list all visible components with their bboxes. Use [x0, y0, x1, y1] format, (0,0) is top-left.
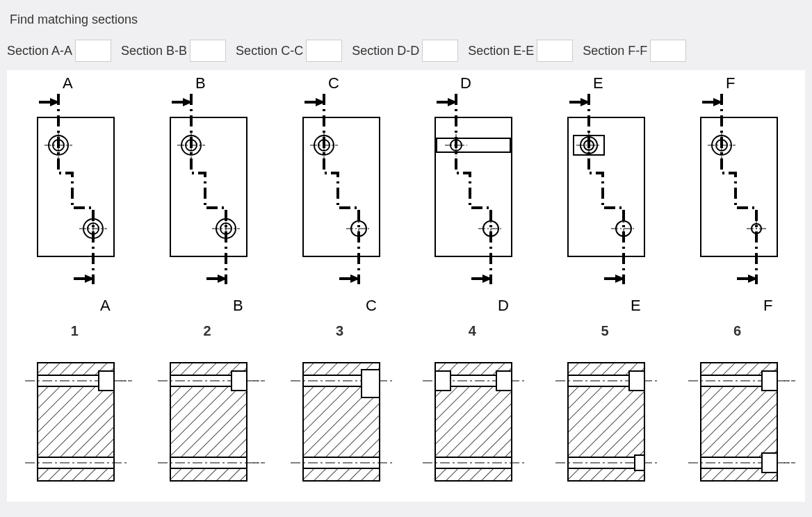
svg-rect-116 [496, 371, 512, 391]
plan-cell: AA [10, 74, 139, 318]
svg-rect-83 [99, 371, 114, 391]
svg-text:D: D [498, 297, 509, 314]
section-answer-input[interactable] [537, 40, 573, 62]
plan-view-D: DD [407, 74, 537, 318]
svg-text:C: C [328, 74, 339, 92]
svg-rect-128 [635, 455, 644, 470]
section-number: 2 [203, 323, 211, 339]
section-answer-group: Section E-E [468, 40, 573, 62]
section-answer-group: Section F-F [583, 40, 686, 62]
section-cell: 1 [10, 318, 139, 495]
section-view-1 [10, 342, 139, 495]
section-answer-input[interactable] [75, 40, 111, 62]
section-label: Section D-D [352, 44, 419, 58]
answer-row: Section A-ASection B-BSection C-CSection… [7, 40, 805, 62]
svg-rect-127 [629, 371, 644, 391]
section-label: Section A-A [7, 44, 72, 58]
section-cell: 4 [407, 318, 537, 495]
svg-rect-138 [762, 371, 777, 391]
section-cell: 2 [143, 318, 272, 495]
svg-text:D: D [460, 74, 471, 92]
section-cell: 3 [275, 318, 405, 495]
svg-rect-106 [362, 370, 380, 397]
svg-rect-110 [435, 386, 512, 457]
svg-text:E: E [593, 74, 603, 92]
plan-cell: BB [143, 74, 272, 318]
section-number: 1 [71, 323, 79, 339]
section-number: 5 [601, 323, 608, 339]
svg-rect-132 [701, 386, 777, 457]
plan-cell: DD [407, 74, 537, 318]
section-number: 6 [733, 323, 741, 339]
section-answer-group: Section C-C [236, 40, 342, 62]
svg-text:C: C [366, 297, 377, 314]
section-answer-group: Section A-A [7, 40, 111, 62]
svg-text:E: E [631, 297, 641, 314]
svg-text:B: B [233, 297, 243, 314]
section-answer-group: Section B-B [121, 40, 226, 62]
svg-rect-89 [170, 468, 247, 481]
section-view-6 [673, 342, 802, 495]
svg-rect-101 [303, 468, 380, 481]
svg-rect-88 [170, 386, 247, 457]
svg-rect-28 [303, 117, 380, 256]
plan-view-A: AA [10, 74, 139, 318]
section-view-2 [143, 342, 272, 495]
svg-rect-2 [38, 117, 114, 256]
svg-rect-111 [435, 468, 512, 481]
sections-row: 123456 [8, 318, 804, 495]
svg-rect-122 [568, 468, 644, 481]
section-view-3 [275, 342, 405, 495]
section-number: 4 [469, 323, 476, 339]
plans-row: AABBCCDDEEFF [8, 74, 804, 318]
question-text: Find matching sections [10, 13, 805, 27]
svg-rect-65 [701, 117, 777, 256]
section-answer-input[interactable] [650, 40, 686, 62]
section-answer-input[interactable] [422, 40, 458, 62]
section-answer-input[interactable] [190, 40, 226, 62]
section-cell: 6 [673, 318, 802, 495]
section-answer-group: Section D-D [352, 40, 458, 62]
plan-cell: FF [673, 74, 802, 318]
svg-rect-78 [38, 468, 114, 481]
svg-rect-117 [435, 371, 450, 391]
svg-rect-139 [762, 453, 777, 473]
svg-rect-15 [170, 117, 247, 256]
section-view-5 [540, 342, 669, 495]
svg-text:A: A [100, 297, 111, 314]
svg-text:F: F [763, 297, 772, 314]
svg-rect-52 [568, 117, 644, 256]
section-label: Section E-E [468, 44, 534, 58]
section-view-4 [407, 342, 537, 495]
section-label: Section B-B [121, 44, 187, 58]
svg-rect-94 [232, 371, 247, 391]
plan-cell: CC [275, 74, 405, 318]
svg-rect-121 [568, 386, 644, 457]
plan-cell: EE [540, 74, 669, 318]
section-number: 3 [336, 323, 343, 339]
section-cell: 5 [540, 318, 669, 495]
svg-text:B: B [195, 74, 206, 92]
diagram-panel: AABBCCDDEEFF 123456 [7, 70, 805, 502]
section-label: Section F-F [583, 44, 647, 58]
plan-view-C: CC [275, 74, 405, 318]
svg-text:A: A [63, 74, 73, 92]
svg-rect-77 [38, 386, 114, 457]
section-label: Section C-C [236, 44, 303, 58]
plan-view-E: EE [540, 74, 669, 318]
section-answer-input[interactable] [306, 40, 342, 62]
svg-text:F: F [726, 74, 735, 92]
plan-view-F: FF [673, 74, 802, 318]
plan-view-B: BB [143, 74, 272, 318]
